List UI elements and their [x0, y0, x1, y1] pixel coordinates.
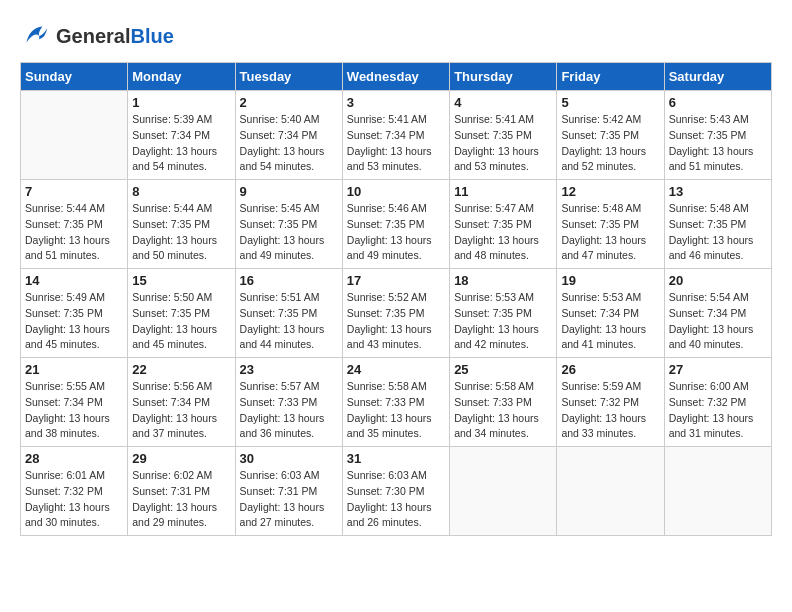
day-info: Sunrise: 5:44 AM Sunset: 7:35 PM Dayligh… — [25, 201, 123, 264]
calendar-cell: 3Sunrise: 5:41 AM Sunset: 7:34 PM Daylig… — [342, 91, 449, 180]
logo: GeneralBlue — [20, 20, 174, 52]
calendar-cell: 10Sunrise: 5:46 AM Sunset: 7:35 PM Dayli… — [342, 180, 449, 269]
calendar-cell: 13Sunrise: 5:48 AM Sunset: 7:35 PM Dayli… — [664, 180, 771, 269]
day-number: 23 — [240, 362, 338, 377]
calendar-cell: 16Sunrise: 5:51 AM Sunset: 7:35 PM Dayli… — [235, 269, 342, 358]
calendar-cell: 7Sunrise: 5:44 AM Sunset: 7:35 PM Daylig… — [21, 180, 128, 269]
day-info: Sunrise: 5:44 AM Sunset: 7:35 PM Dayligh… — [132, 201, 230, 264]
day-number: 14 — [25, 273, 123, 288]
day-info: Sunrise: 6:03 AM Sunset: 7:30 PM Dayligh… — [347, 468, 445, 531]
day-info: Sunrise: 5:52 AM Sunset: 7:35 PM Dayligh… — [347, 290, 445, 353]
day-info: Sunrise: 5:47 AM Sunset: 7:35 PM Dayligh… — [454, 201, 552, 264]
day-info: Sunrise: 6:02 AM Sunset: 7:31 PM Dayligh… — [132, 468, 230, 531]
day-number: 27 — [669, 362, 767, 377]
day-number: 21 — [25, 362, 123, 377]
calendar-cell: 4Sunrise: 5:41 AM Sunset: 7:35 PM Daylig… — [450, 91, 557, 180]
day-header-monday: Monday — [128, 63, 235, 91]
day-number: 24 — [347, 362, 445, 377]
day-headers-row: SundayMondayTuesdayWednesdayThursdayFrid… — [21, 63, 772, 91]
day-info: Sunrise: 6:00 AM Sunset: 7:32 PM Dayligh… — [669, 379, 767, 442]
day-number: 25 — [454, 362, 552, 377]
week-row-1: 1Sunrise: 5:39 AM Sunset: 7:34 PM Daylig… — [21, 91, 772, 180]
calendar-cell: 11Sunrise: 5:47 AM Sunset: 7:35 PM Dayli… — [450, 180, 557, 269]
calendar-cell: 23Sunrise: 5:57 AM Sunset: 7:33 PM Dayli… — [235, 358, 342, 447]
calendar-cell: 2Sunrise: 5:40 AM Sunset: 7:34 PM Daylig… — [235, 91, 342, 180]
week-row-3: 14Sunrise: 5:49 AM Sunset: 7:35 PM Dayli… — [21, 269, 772, 358]
day-info: Sunrise: 5:41 AM Sunset: 7:34 PM Dayligh… — [347, 112, 445, 175]
calendar-cell: 20Sunrise: 5:54 AM Sunset: 7:34 PM Dayli… — [664, 269, 771, 358]
day-number: 20 — [669, 273, 767, 288]
day-number: 11 — [454, 184, 552, 199]
day-number: 10 — [347, 184, 445, 199]
day-info: Sunrise: 5:45 AM Sunset: 7:35 PM Dayligh… — [240, 201, 338, 264]
day-info: Sunrise: 5:46 AM Sunset: 7:35 PM Dayligh… — [347, 201, 445, 264]
day-number: 31 — [347, 451, 445, 466]
day-header-thursday: Thursday — [450, 63, 557, 91]
day-info: Sunrise: 5:55 AM Sunset: 7:34 PM Dayligh… — [25, 379, 123, 442]
week-row-5: 28Sunrise: 6:01 AM Sunset: 7:32 PM Dayli… — [21, 447, 772, 536]
day-info: Sunrise: 5:56 AM Sunset: 7:34 PM Dayligh… — [132, 379, 230, 442]
calendar-cell: 9Sunrise: 5:45 AM Sunset: 7:35 PM Daylig… — [235, 180, 342, 269]
day-header-wednesday: Wednesday — [342, 63, 449, 91]
day-number: 4 — [454, 95, 552, 110]
day-info: Sunrise: 5:53 AM Sunset: 7:34 PM Dayligh… — [561, 290, 659, 353]
calendar-cell: 18Sunrise: 5:53 AM Sunset: 7:35 PM Dayli… — [450, 269, 557, 358]
calendar-cell: 15Sunrise: 5:50 AM Sunset: 7:35 PM Dayli… — [128, 269, 235, 358]
page-header: GeneralBlue — [20, 20, 772, 52]
day-info: Sunrise: 5:49 AM Sunset: 7:35 PM Dayligh… — [25, 290, 123, 353]
day-info: Sunrise: 5:58 AM Sunset: 7:33 PM Dayligh… — [347, 379, 445, 442]
day-info: Sunrise: 5:50 AM Sunset: 7:35 PM Dayligh… — [132, 290, 230, 353]
day-header-friday: Friday — [557, 63, 664, 91]
week-row-2: 7Sunrise: 5:44 AM Sunset: 7:35 PM Daylig… — [21, 180, 772, 269]
day-info: Sunrise: 5:43 AM Sunset: 7:35 PM Dayligh… — [669, 112, 767, 175]
day-info: Sunrise: 5:48 AM Sunset: 7:35 PM Dayligh… — [669, 201, 767, 264]
calendar-cell: 14Sunrise: 5:49 AM Sunset: 7:35 PM Dayli… — [21, 269, 128, 358]
day-number: 5 — [561, 95, 659, 110]
day-number: 6 — [669, 95, 767, 110]
calendar-cell: 25Sunrise: 5:58 AM Sunset: 7:33 PM Dayli… — [450, 358, 557, 447]
day-info: Sunrise: 5:48 AM Sunset: 7:35 PM Dayligh… — [561, 201, 659, 264]
day-number: 15 — [132, 273, 230, 288]
day-info: Sunrise: 5:54 AM Sunset: 7:34 PM Dayligh… — [669, 290, 767, 353]
day-number: 3 — [347, 95, 445, 110]
day-number: 30 — [240, 451, 338, 466]
day-header-sunday: Sunday — [21, 63, 128, 91]
day-number: 17 — [347, 273, 445, 288]
logo-text: GeneralBlue — [56, 25, 174, 47]
calendar-cell — [664, 447, 771, 536]
calendar-cell: 26Sunrise: 5:59 AM Sunset: 7:32 PM Dayli… — [557, 358, 664, 447]
day-info: Sunrise: 5:53 AM Sunset: 7:35 PM Dayligh… — [454, 290, 552, 353]
calendar-cell: 19Sunrise: 5:53 AM Sunset: 7:34 PM Dayli… — [557, 269, 664, 358]
day-number: 7 — [25, 184, 123, 199]
calendar-cell: 31Sunrise: 6:03 AM Sunset: 7:30 PM Dayli… — [342, 447, 449, 536]
day-number: 26 — [561, 362, 659, 377]
day-number: 13 — [669, 184, 767, 199]
calendar-cell: 30Sunrise: 6:03 AM Sunset: 7:31 PM Dayli… — [235, 447, 342, 536]
day-info: Sunrise: 5:58 AM Sunset: 7:33 PM Dayligh… — [454, 379, 552, 442]
week-row-4: 21Sunrise: 5:55 AM Sunset: 7:34 PM Dayli… — [21, 358, 772, 447]
calendar-cell: 21Sunrise: 5:55 AM Sunset: 7:34 PM Dayli… — [21, 358, 128, 447]
day-number: 1 — [132, 95, 230, 110]
day-info: Sunrise: 5:41 AM Sunset: 7:35 PM Dayligh… — [454, 112, 552, 175]
calendar-cell: 6Sunrise: 5:43 AM Sunset: 7:35 PM Daylig… — [664, 91, 771, 180]
day-number: 2 — [240, 95, 338, 110]
calendar-table: SundayMondayTuesdayWednesdayThursdayFrid… — [20, 62, 772, 536]
day-info: Sunrise: 5:39 AM Sunset: 7:34 PM Dayligh… — [132, 112, 230, 175]
day-number: 16 — [240, 273, 338, 288]
day-info: Sunrise: 5:59 AM Sunset: 7:32 PM Dayligh… — [561, 379, 659, 442]
calendar-cell — [557, 447, 664, 536]
day-info: Sunrise: 5:57 AM Sunset: 7:33 PM Dayligh… — [240, 379, 338, 442]
calendar-cell: 24Sunrise: 5:58 AM Sunset: 7:33 PM Dayli… — [342, 358, 449, 447]
day-number: 18 — [454, 273, 552, 288]
day-number: 9 — [240, 184, 338, 199]
day-info: Sunrise: 6:01 AM Sunset: 7:32 PM Dayligh… — [25, 468, 123, 531]
day-number: 22 — [132, 362, 230, 377]
calendar-cell: 12Sunrise: 5:48 AM Sunset: 7:35 PM Dayli… — [557, 180, 664, 269]
calendar-cell: 27Sunrise: 6:00 AM Sunset: 7:32 PM Dayli… — [664, 358, 771, 447]
calendar-cell: 28Sunrise: 6:01 AM Sunset: 7:32 PM Dayli… — [21, 447, 128, 536]
calendar-cell: 29Sunrise: 6:02 AM Sunset: 7:31 PM Dayli… — [128, 447, 235, 536]
day-info: Sunrise: 6:03 AM Sunset: 7:31 PM Dayligh… — [240, 468, 338, 531]
day-info: Sunrise: 5:42 AM Sunset: 7:35 PM Dayligh… — [561, 112, 659, 175]
day-number: 19 — [561, 273, 659, 288]
calendar-cell: 22Sunrise: 5:56 AM Sunset: 7:34 PM Dayli… — [128, 358, 235, 447]
